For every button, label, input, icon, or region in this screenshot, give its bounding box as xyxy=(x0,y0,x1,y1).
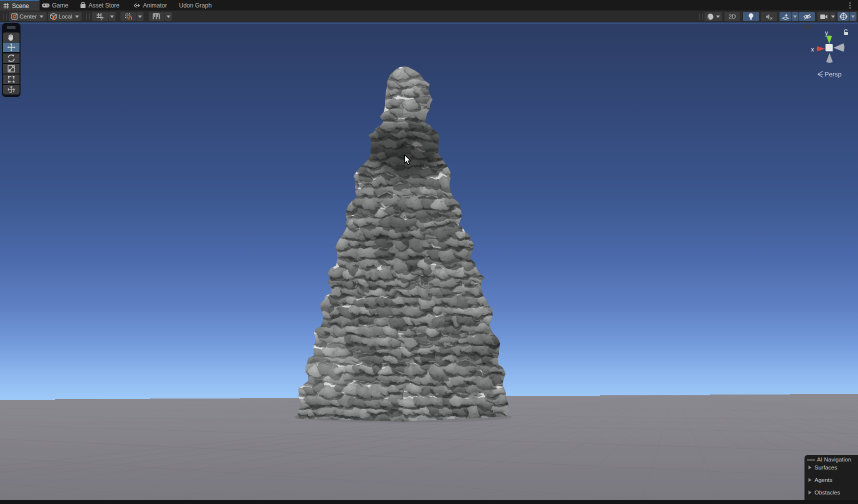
svg-text:Persp: Persp xyxy=(824,70,842,78)
svg-text:x: x xyxy=(811,46,814,53)
svg-text:Y: Y xyxy=(100,17,104,20)
svg-text:y: y xyxy=(825,30,828,36)
